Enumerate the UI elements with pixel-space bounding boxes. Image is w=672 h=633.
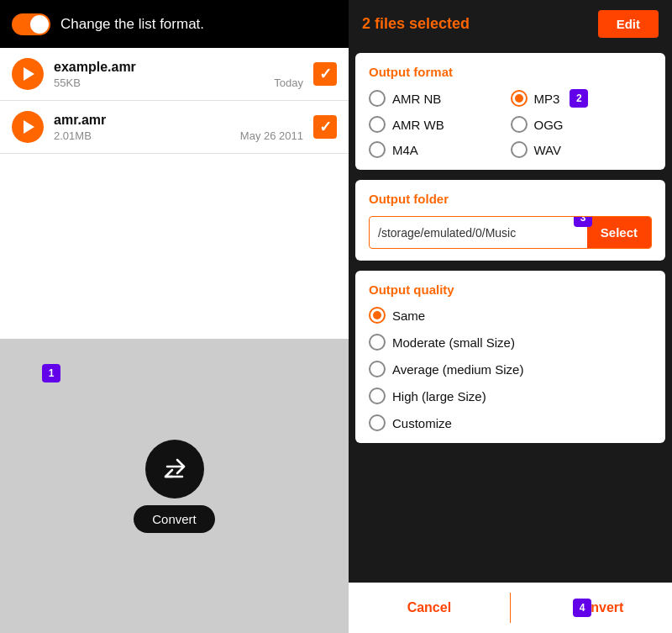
file-item-1: example.amr 55KB Today — [0, 48, 349, 101]
file-info-1: example.amr 55KB Today — [54, 60, 303, 89]
folder-path: /storage/emulated/0/Music — [370, 219, 587, 246]
quality-list: Same Moderate (small Size) Average (medi… — [369, 307, 652, 431]
cancel-button[interactable]: Cancel — [349, 592, 510, 624]
radio-amr-nb[interactable]: AMR NB — [369, 89, 511, 108]
radio-moderate[interactable]: Moderate (small Size) — [369, 334, 652, 351]
radio-circle-amr-nb — [369, 90, 386, 107]
file-date-2: May 26 2011 — [240, 129, 303, 142]
radio-circle-moderate — [369, 334, 386, 351]
radio-mp3[interactable]: MP3 2 — [511, 89, 653, 108]
radio-circle-wav — [511, 141, 528, 158]
radio-label-high: High (large Size) — [392, 389, 486, 404]
output-quality-card: Output quality Same Moderate (small Size… — [355, 271, 665, 443]
file-name-1: example.amr — [54, 60, 303, 75]
radio-label-same: Same — [392, 309, 425, 323]
play-button-1[interactable] — [12, 58, 44, 90]
output-format-card: Output format AMR NB MP3 2 AMR WB OGG — [355, 53, 665, 170]
radio-label-customize: Customize — [392, 416, 452, 430]
file-item-2: amr.amr 2.01MB May 26 2011 — [0, 101, 349, 154]
left-panel: Change the list format. example.amr 55KB… — [0, 0, 349, 633]
radio-label-average: Average (medium Size) — [392, 362, 523, 377]
folder-row: 3 /storage/emulated/0/Music Select — [369, 216, 652, 249]
file-name-2: amr.amr — [54, 113, 303, 128]
file-size-2: 2.01MB — [54, 129, 92, 142]
file-info-2: amr.amr 2.01MB May 26 2011 — [54, 113, 303, 142]
radio-circle-amr-wb — [369, 116, 386, 133]
radio-circle-same — [369, 307, 386, 324]
radio-circle-high — [369, 388, 386, 404]
checkbox-1[interactable] — [313, 62, 337, 86]
edit-button[interactable]: Edit — [598, 10, 659, 38]
toggle-switch[interactable] — [12, 13, 50, 35]
badge-3: 3 — [574, 216, 592, 227]
file-date-1: Today — [274, 76, 303, 89]
play-button-2[interactable] — [12, 111, 44, 143]
radio-label-moderate: Moderate (small Size) — [392, 335, 515, 350]
radio-amr-wb[interactable]: AMR WB — [369, 116, 511, 133]
header-bar: Change the list format. — [0, 0, 349, 48]
checkbox-2[interactable] — [313, 115, 337, 139]
badge-1: 1 — [42, 364, 60, 382]
radio-label-amr-wb: AMR WB — [392, 118, 444, 132]
convert-label[interactable]: Convert — [134, 505, 215, 533]
output-folder-card: Output folder 3 /storage/emulated/0/Musi… — [355, 180, 665, 261]
radio-circle-average — [369, 361, 386, 377]
radio-circle-mp3 — [511, 90, 528, 107]
radio-high[interactable]: High (large Size) — [369, 388, 652, 404]
left-bottom: 1 Convert — [0, 339, 349, 633]
radio-customize[interactable]: Customize — [369, 414, 652, 431]
file-size-1: 55KB — [54, 76, 81, 89]
radio-label-amr-nb: AMR NB — [392, 92, 441, 106]
right-panel: 2 files selected Edit Output format AMR … — [349, 0, 672, 633]
bottom-bar: Cancel 4 Convert — [349, 583, 672, 633]
radio-ogg[interactable]: OGG — [511, 116, 653, 133]
output-format-title: Output format — [369, 65, 652, 79]
radio-m4a[interactable]: M4A — [369, 141, 511, 158]
radio-wav[interactable]: WAV — [511, 141, 653, 158]
output-format-grid: AMR NB MP3 2 AMR WB OGG M4A WAV — [369, 89, 652, 158]
output-folder-title: Output folder — [369, 192, 652, 206]
header-title: Change the list format. — [60, 16, 204, 33]
radio-label-mp3: MP3 — [534, 92, 560, 106]
right-top-bar: 2 files selected Edit — [349, 0, 672, 48]
files-selected-text: 2 files selected — [362, 15, 470, 33]
radio-label-ogg: OGG — [534, 118, 564, 132]
file-meta-2: 2.01MB May 26 2011 — [54, 129, 303, 142]
select-folder-button[interactable]: Select — [587, 217, 651, 248]
file-meta-1: 55KB Today — [54, 76, 303, 89]
radio-same[interactable]: Same — [369, 307, 652, 324]
radio-circle-m4a — [369, 141, 386, 158]
radio-average[interactable]: Average (medium Size) — [369, 361, 652, 377]
file-list: example.amr 55KB Today amr.amr 2.01MB Ma… — [0, 48, 349, 339]
badge-4: 4 — [573, 599, 591, 617]
convert-icon — [160, 455, 189, 483]
badge-2: 2 — [570, 89, 588, 108]
radio-label-m4a: M4A — [392, 143, 418, 157]
convert-bottom-button[interactable]: 4 Convert — [511, 592, 672, 624]
radio-circle-ogg — [511, 116, 528, 133]
convert-circle[interactable] — [145, 440, 204, 498]
output-quality-title: Output quality — [369, 282, 652, 297]
radio-label-wav: WAV — [534, 143, 562, 157]
radio-circle-customize — [369, 414, 386, 431]
